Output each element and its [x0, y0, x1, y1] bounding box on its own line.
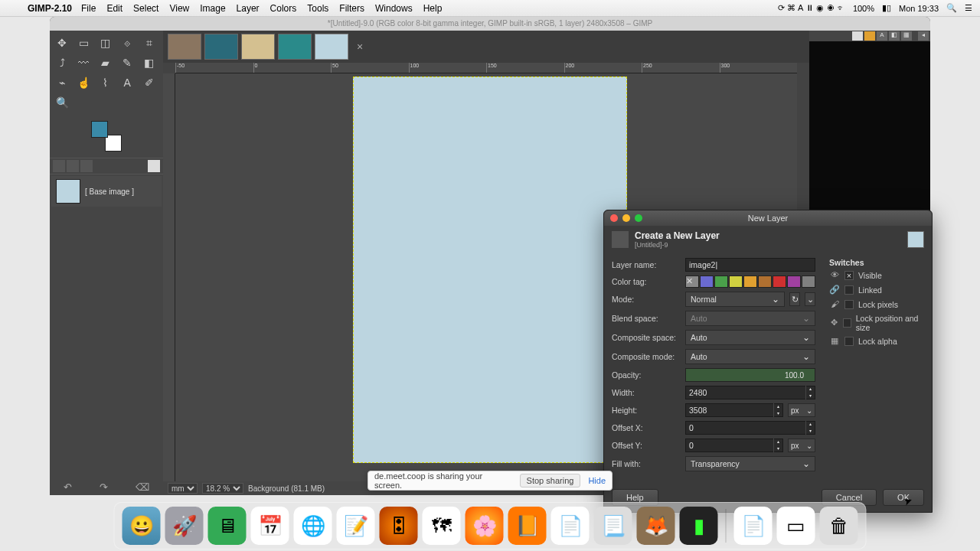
- color-tag-orange[interactable]: [743, 276, 757, 288]
- checkbox-lock-pos[interactable]: [843, 318, 851, 328]
- slider-opacity[interactable]: 100.0: [685, 368, 815, 382]
- stop-sharing-button[interactable]: Stop sharing: [520, 474, 581, 487]
- menu-file[interactable]: File: [81, 3, 96, 14]
- dock-terminal[interactable]: ▮: [680, 507, 718, 545]
- checkbox-lock-pixels[interactable]: [844, 300, 854, 309]
- dropdown-fill-with[interactable]: Transparency: [685, 456, 815, 471]
- color-tag-brown[interactable]: [758, 276, 772, 288]
- input-offset-x[interactable]: 0▴▾: [685, 421, 815, 435]
- tool-crop[interactable]: ⌗: [140, 34, 158, 52]
- dock-textedit[interactable]: 📄: [551, 507, 590, 545]
- image-tab-current[interactable]: [315, 34, 348, 60]
- menu-select[interactable]: Select: [133, 3, 158, 14]
- checkbox-lock-alpha[interactable]: [844, 337, 854, 346]
- tool-move[interactable]: ✥: [53, 34, 71, 52]
- input-width[interactable]: 2480▴▾: [685, 386, 815, 399]
- rp-tab-menu[interactable]: ◂: [918, 31, 929, 41]
- checkbox-visible[interactable]: [844, 271, 854, 280]
- tool-zoom[interactable]: 🔍: [53, 93, 71, 112]
- rp-tab-2[interactable]: [864, 31, 875, 41]
- checkbox-linked[interactable]: [844, 285, 854, 295]
- dock-books[interactable]: 📙: [508, 507, 547, 545]
- tool-eraser[interactable]: ◧: [140, 54, 158, 72]
- dock-finder[interactable]: 😀: [122, 507, 161, 545]
- fg-bg-colors[interactable]: [91, 121, 122, 152]
- dock-doc-1[interactable]: 📄: [734, 507, 773, 545]
- dropdown-composite-mode[interactable]: Auto: [685, 349, 815, 364]
- tool-bucket[interactable]: ▰: [96, 54, 115, 72]
- dropdown-offset-unit[interactable]: px⌄: [788, 439, 815, 452]
- menu-edit[interactable]: Edit: [106, 3, 122, 14]
- mode-reset-icon[interactable]: ↻: [789, 292, 800, 306]
- tool-rotate[interactable]: ⤴: [53, 54, 71, 72]
- input-layer-name[interactable]: [685, 258, 815, 272]
- dropdown-size-unit[interactable]: px⌄: [788, 403, 815, 417]
- tab-layers-icon[interactable]: [53, 160, 65, 172]
- menu-tools[interactable]: Tools: [307, 3, 328, 14]
- menu-windows[interactable]: Windows: [375, 3, 413, 14]
- color-tag-violet[interactable]: [787, 276, 801, 288]
- color-tag-yellow[interactable]: [729, 276, 743, 288]
- color-tag-none[interactable]: ✕: [685, 276, 699, 288]
- image-tab-1[interactable]: [168, 34, 201, 60]
- delete-icon[interactable]: ⌫: [136, 481, 149, 493]
- menu-colors[interactable]: Colors: [270, 3, 297, 14]
- foreground-color[interactable]: [91, 121, 108, 138]
- tool-path[interactable]: ⌇: [96, 73, 115, 92]
- dropdown-composite-space[interactable]: Auto: [685, 330, 815, 345]
- input-height[interactable]: 3508▴▾: [685, 403, 783, 417]
- tab-paths-icon[interactable]: [80, 160, 93, 172]
- menu-toggle-icon[interactable]: ☰: [965, 3, 972, 13]
- mode-next-icon[interactable]: ⌄: [805, 292, 815, 306]
- redo-icon[interactable]: ↷: [100, 481, 108, 493]
- image-tab-2[interactable]: [204, 34, 238, 60]
- color-tag-blue[interactable]: [700, 276, 714, 288]
- tool-pencil[interactable]: ✎: [118, 54, 136, 72]
- color-tag-green[interactable]: [714, 276, 728, 288]
- tool-color-picker[interactable]: ✐: [140, 73, 158, 92]
- rp-tab-1[interactable]: [852, 31, 863, 41]
- tool-rect-select[interactable]: ▭: [74, 34, 93, 52]
- layer-row[interactable]: [ Base image ]: [51, 176, 162, 207]
- dock-trash[interactable]: 🗑: [820, 507, 858, 545]
- dock-maps[interactable]: 🗺: [423, 507, 461, 545]
- dock-gimp[interactable]: 🦊: [637, 507, 675, 545]
- image-tab-4[interactable]: [278, 34, 312, 60]
- dock-libreoffice[interactable]: 📃: [594, 507, 632, 545]
- app-name[interactable]: GIMP-2.10: [28, 3, 72, 14]
- dock-doc-2[interactable]: ▭: [777, 507, 815, 545]
- input-offset-y[interactable]: 0▴▾: [685, 439, 783, 452]
- spotlight-icon[interactable]: 🔍: [946, 3, 957, 13]
- zoom-select[interactable]: 18.2 %: [202, 483, 243, 494]
- menu-help[interactable]: Help: [423, 3, 443, 14]
- tool-text[interactable]: A: [118, 73, 136, 92]
- menu-filters[interactable]: Filters: [339, 3, 364, 14]
- undo-icon[interactable]: ↶: [64, 481, 72, 493]
- hide-button[interactable]: Hide: [588, 476, 606, 485]
- dock-chrome[interactable]: 🌐: [294, 507, 332, 545]
- dock-reminders[interactable]: 📝: [337, 507, 375, 545]
- rp-tab-5[interactable]: ▦: [901, 31, 912, 41]
- tab-close-icon[interactable]: ×: [354, 41, 365, 52]
- tool-free-select[interactable]: ◫: [96, 34, 115, 52]
- dialog-titlebar[interactable]: New Layer: [604, 210, 932, 226]
- dock-calendar[interactable]: 📅: [251, 507, 289, 545]
- rp-tab-4[interactable]: ◧: [889, 31, 900, 41]
- rp-tab-3[interactable]: A: [877, 31, 887, 41]
- color-tag-red[interactable]: [773, 276, 786, 288]
- tab-config-icon[interactable]: [148, 160, 160, 172]
- dock-photos[interactable]: 🌸: [466, 507, 504, 545]
- dock-audacity[interactable]: 🎛: [380, 507, 418, 545]
- tab-channels-icon[interactable]: [67, 160, 79, 172]
- dropdown-mode[interactable]: Normal: [685, 292, 785, 307]
- color-tag-gray[interactable]: [802, 276, 815, 288]
- status-icons[interactable]: ⟳ ⌘ A ⏸ ◉ ⦿ ᯤ: [778, 3, 844, 13]
- menu-image[interactable]: Image: [200, 3, 225, 14]
- dock-app-1[interactable]: 🖥: [208, 507, 247, 545]
- dock-launchpad[interactable]: 🚀: [165, 507, 204, 545]
- menu-layer[interactable]: Layer: [237, 3, 260, 14]
- image-canvas[interactable]: [353, 77, 627, 463]
- unit-select[interactable]: mm: [168, 483, 198, 494]
- image-tab-3[interactable]: [241, 34, 275, 60]
- tool-clone[interactable]: ⌁: [53, 73, 71, 92]
